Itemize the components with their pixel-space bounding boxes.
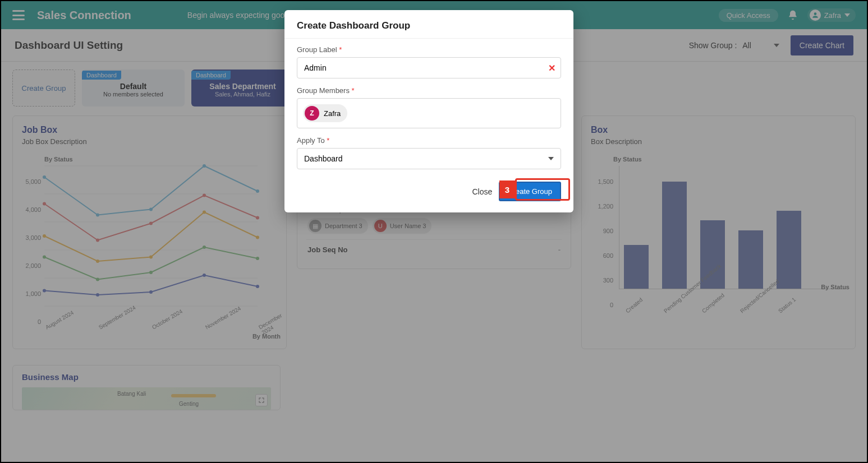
- chevron-down-icon: [548, 157, 554, 160]
- clear-icon[interactable]: ✕: [548, 63, 555, 73]
- member-avatar: Z: [305, 106, 319, 121]
- modal-title: Create Dashboard Group: [284, 10, 573, 39]
- close-button[interactable]: Close: [470, 183, 494, 201]
- member-chip[interactable]: Z Zafra: [303, 104, 347, 122]
- member-name: Zafra: [324, 109, 341, 118]
- annotation-step-number: 3: [499, 180, 515, 198]
- apply-to-select[interactable]: Dashboard: [297, 148, 561, 169]
- group-members-label: Group Members *: [297, 86, 561, 95]
- annotation-highlight: [515, 178, 570, 201]
- group-members-input[interactable]: Z Zafra: [297, 98, 561, 128]
- apply-to-value: Dashboard: [304, 154, 343, 163]
- group-label-label: Group Label *: [297, 45, 561, 54]
- group-label-input[interactable]: [297, 57, 561, 78]
- apply-to-label: Apply To *: [297, 136, 561, 145]
